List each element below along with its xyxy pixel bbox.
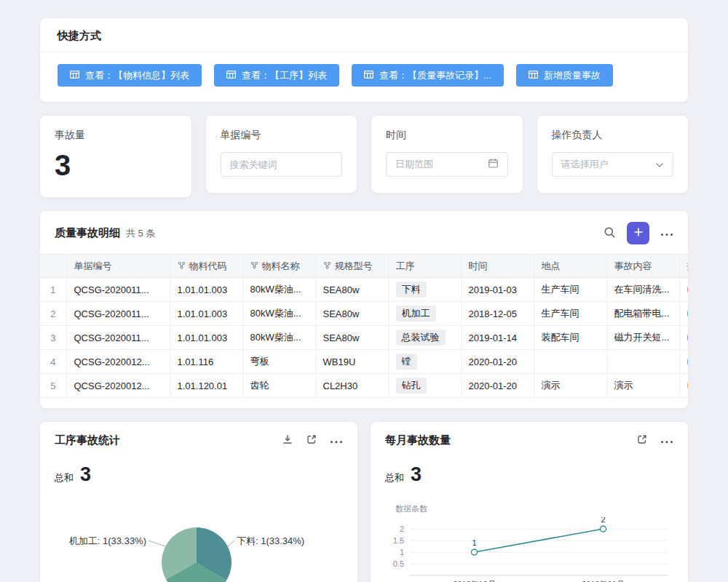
cell-content — [606, 350, 679, 374]
date-range-input[interactable]: 日期范围 — [386, 152, 508, 177]
search-icon — [604, 226, 616, 241]
table-row[interactable]: 4 QCSG-2020012... 1.01.116 弯板 WB19U 镗 20… — [40, 350, 688, 374]
pie-chart[interactable] — [162, 527, 232, 582]
cell-material-name: 80kW柴油... — [242, 302, 315, 326]
accident-count-card: 事故量 3 — [40, 116, 191, 197]
process-tag: 机加工 — [396, 306, 436, 322]
pie-total: 总和 3 — [55, 463, 343, 486]
table-row[interactable]: 5 QCSG-2020012... 1.01.120.01 齿轮 CL2H30 … — [40, 374, 688, 398]
avatar — [687, 281, 689, 298]
cell-material-name: 弯板 — [242, 350, 315, 374]
table-row[interactable]: 3 QCSG-2020011... 1.01.01.003 80kW柴油... … — [40, 326, 688, 350]
cell-doc-number: QCSG-2020011... — [66, 302, 170, 326]
calendar-icon — [488, 158, 499, 171]
doc-number-label: 单据编号 — [221, 129, 343, 142]
cell-process: 下料 — [388, 278, 461, 302]
table-row[interactable]: 1 QCSG-2020011... 1.01.01.003 80kW柴油... … — [40, 278, 688, 302]
row-index: 4 — [40, 350, 66, 374]
pie-chart-area: 机加工: 1(33.33%) 下料: 1(33.34%) 总装试验: 1(33.… — [55, 495, 343, 582]
col-material-name: 物料名称 — [242, 255, 315, 278]
col-content: 事故内容 — [606, 255, 679, 278]
shortcut-add-quality-accident-button[interactable]: 新增质量事故 — [516, 64, 613, 87]
chart-header: 工序事故统计 — [55, 434, 343, 447]
svg-text:2: 2 — [400, 525, 404, 533]
col-place: 地点 — [534, 255, 606, 278]
col-time: 时间 — [461, 255, 534, 278]
row-index: 1 — [40, 278, 66, 302]
cell-operator — [679, 278, 688, 302]
col-index — [40, 255, 66, 278]
cell-material-code: 1.01.120.01 — [170, 374, 242, 398]
cell-operator — [679, 350, 688, 374]
cell-process: 总装试验 — [388, 326, 461, 350]
pie-label-blanking: 下料: 1(33.34%) — [237, 535, 304, 548]
operator-filter-card: 操作负责人 请选择用户 — [537, 116, 689, 193]
shortcut-label: 查看：【工序】列表 — [242, 69, 327, 82]
shortcut-button-row: 查看：【物料信息】列表 查看：【工序】列表 查看：【质量事故记录】... 新增质… — [40, 52, 688, 102]
col-material-code: 物料代码 — [170, 255, 242, 278]
cell-spec: SEA80w — [315, 302, 388, 326]
svg-text:2: 2 — [601, 517, 605, 524]
quality-accident-table-card: 质量事故明细 共 5 条 单据编号 物料代码 物料名称 规格型号 工 — [40, 211, 688, 408]
open-in-new-icon — [306, 434, 317, 447]
more-button[interactable] — [660, 228, 673, 239]
operator-select[interactable]: 请选择用户 — [552, 152, 674, 177]
total-label: 总和 — [55, 471, 74, 485]
total-value: 3 — [411, 463, 422, 486]
line-chart-svg[interactable]: 0.511.522018年12月2019年01月12 — [385, 517, 674, 582]
cell-material-code: 1.01.01.003 — [170, 326, 242, 350]
col-operator: 操作负责人 — [679, 255, 688, 278]
cell-operator — [679, 326, 688, 350]
doc-number-filter-card: 单据编号 — [206, 116, 357, 193]
cell-time: 2018-12-05 — [461, 302, 534, 326]
shortcut-view-material-list-button[interactable]: 查看：【物料信息】列表 — [58, 64, 202, 87]
avatar — [687, 353, 689, 370]
cell-content: 在车间清洗... — [606, 278, 679, 302]
cell-spec: CL2H30 — [315, 374, 388, 398]
metric-label: 事故量 — [55, 129, 177, 142]
dashboard-page: 快捷方式 查看：【物料信息】列表 查看：【工序】列表 查看：【质量事故记录】..… — [0, 0, 728, 582]
pie-label-machining: 机加工: 1(33.33%) — [55, 535, 146, 548]
row-index: 3 — [40, 326, 66, 350]
cell-doc-number: QCSG-2020012... — [66, 350, 170, 374]
total-value: 3 — [80, 463, 91, 486]
download-chart-button[interactable] — [282, 434, 293, 447]
cell-spec: WB19U — [315, 350, 388, 374]
chevron-down-icon — [655, 159, 664, 170]
cell-material-name: 80kW柴油... — [242, 326, 315, 350]
col-spec-model: 规格型号 — [315, 255, 388, 278]
expand-chart-button[interactable] — [306, 434, 317, 447]
cell-content: 演示 — [606, 374, 679, 398]
cell-process: 镗 — [388, 350, 461, 374]
charts-row: 工序事故统计 总和 3 机加工: 1(33.33%) 下料 — [40, 422, 688, 582]
shortcut-view-process-list-button[interactable]: 查看：【工序】列表 — [214, 64, 339, 87]
expand-chart-button[interactable] — [636, 434, 648, 447]
quality-accident-table: 单据编号 物料代码 物料名称 规格型号 工序 时间 地点 事故内容 操作负责人 … — [40, 254, 688, 398]
cell-operator — [679, 374, 688, 398]
cell-doc-number: QCSG-2020011... — [66, 278, 170, 302]
cell-place — [534, 350, 606, 374]
cell-material-name: 80kW柴油... — [242, 278, 315, 302]
doc-number-search-input[interactable] — [221, 152, 343, 177]
cell-time: 2020-01-20 — [461, 350, 534, 374]
link-icon — [323, 260, 331, 271]
table-row[interactable]: 2 QCSG-2020011... 1.01.01.003 80kW柴油... … — [40, 302, 688, 326]
more-button[interactable] — [330, 435, 343, 446]
chart-actions — [636, 434, 673, 447]
search-button[interactable] — [604, 226, 616, 241]
operator-label: 操作负责人 — [552, 129, 674, 142]
cell-operator — [679, 302, 688, 326]
row-index: 2 — [40, 302, 66, 326]
time-filter-card: 时间 日期范围 — [371, 116, 523, 193]
add-record-button[interactable] — [627, 222, 649, 244]
process-tag: 镗 — [396, 354, 417, 370]
more-button[interactable] — [660, 435, 673, 446]
svg-text:0.5: 0.5 — [393, 559, 404, 568]
shortcut-label: 查看：【质量事故记录】... — [379, 69, 491, 82]
ellipsis-icon — [330, 435, 343, 446]
row-index: 5 — [40, 374, 66, 398]
table-header-bar: 质量事故明细 共 5 条 — [40, 222, 688, 254]
shortcut-view-quality-records-button[interactable]: 查看：【质量事故记录】... — [352, 64, 504, 87]
svg-text:1: 1 — [472, 538, 476, 547]
download-icon — [282, 434, 293, 447]
